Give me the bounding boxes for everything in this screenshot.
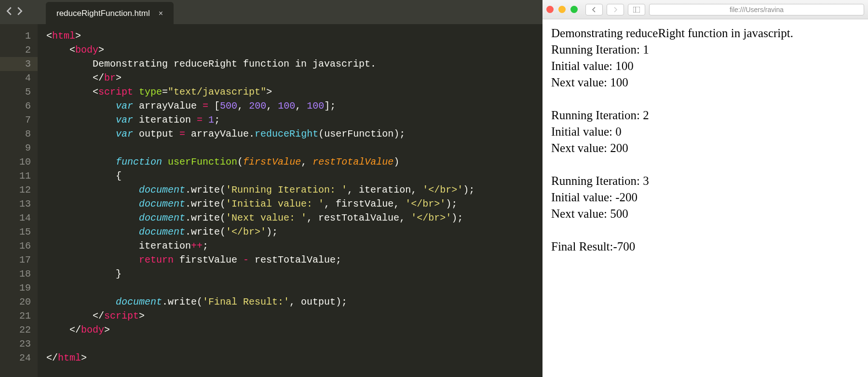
output-line xyxy=(551,222,859,238)
browser-pane: file:///Users/ravina Demonstrating reduc… xyxy=(542,0,868,377)
line-number: 20 xyxy=(0,295,31,309)
line-number: 5 xyxy=(0,85,31,99)
line-number: 22 xyxy=(0,323,31,337)
code-line[interactable]: var arrayValue = [500, 200, 100, 100]; xyxy=(46,99,542,113)
line-number: 10 xyxy=(0,155,31,169)
line-number: 13 xyxy=(0,197,31,211)
line-number: 16 xyxy=(0,239,31,253)
code-area[interactable]: <html> <body> Demonstrating reduceRight … xyxy=(38,24,542,377)
line-number: 14 xyxy=(0,211,31,225)
svg-rect-0 xyxy=(633,7,640,13)
line-number: 11 xyxy=(0,169,31,183)
output-line: Initial value: 0 xyxy=(551,124,859,140)
output-line: Initial value: 100 xyxy=(551,58,859,74)
output-line xyxy=(551,91,859,107)
line-number: 2 xyxy=(0,43,31,57)
tab-filename: reduceRightFunction.html xyxy=(56,9,150,18)
line-number: 3 xyxy=(0,57,38,71)
code-line[interactable]: document.write('Running Iteration: ', it… xyxy=(46,183,542,197)
editor-body: 123456789101112131415161718192021222324 … xyxy=(0,24,542,377)
code-line[interactable] xyxy=(46,141,542,155)
output-line: Running Iteration: 1 xyxy=(551,42,859,58)
code-line[interactable]: <script type="text/javascript"> xyxy=(46,85,542,99)
code-line[interactable]: document.write('Initial value: ', firstV… xyxy=(46,197,542,211)
line-number: 7 xyxy=(0,113,31,127)
code-line[interactable]: Demonstrating reduceRight function in ja… xyxy=(46,57,542,71)
code-line[interactable]: </html> xyxy=(46,351,542,365)
output-line: Next value: 200 xyxy=(551,140,859,156)
line-number: 18 xyxy=(0,267,31,281)
output-line: Final Result:-700 xyxy=(551,238,859,255)
code-line[interactable]: document.write('Final Result:', output); xyxy=(46,295,542,309)
minimize-window-icon[interactable] xyxy=(558,6,566,13)
code-line[interactable]: document.write('</br>'); xyxy=(46,225,542,239)
code-line[interactable]: } xyxy=(46,267,542,281)
line-number: 9 xyxy=(0,141,31,155)
code-line[interactable]: </body> xyxy=(46,323,542,337)
browser-chrome: file:///Users/ravina xyxy=(542,0,868,19)
browser-sidebar-button[interactable] xyxy=(628,4,645,15)
code-line[interactable]: iteration++; xyxy=(46,239,542,253)
url-text: file:///Users/ravina xyxy=(730,6,784,14)
line-number: 1 xyxy=(0,29,31,43)
code-line[interactable]: </br> xyxy=(46,71,542,85)
code-line[interactable]: <html> xyxy=(46,29,542,43)
line-number: 15 xyxy=(0,225,31,239)
line-number: 17 xyxy=(0,253,31,267)
output-line: Next value: 500 xyxy=(551,206,859,222)
line-number: 8 xyxy=(0,127,31,141)
editor-tab[interactable]: reduceRightFunction.html × xyxy=(46,2,174,25)
editor-topbar: reduceRightFunction.html × xyxy=(0,0,542,24)
window-controls xyxy=(546,6,582,13)
line-number: 21 xyxy=(0,309,31,323)
code-line[interactable] xyxy=(46,337,542,351)
output-line xyxy=(551,156,859,173)
line-number: 24 xyxy=(0,351,31,365)
line-gutter: 123456789101112131415161718192021222324 xyxy=(0,24,38,377)
line-number: 6 xyxy=(0,99,31,113)
nav-arrows xyxy=(0,0,29,24)
code-line[interactable]: var output = arrayValue.reduceRight(user… xyxy=(46,127,542,141)
code-line[interactable]: function userFunction(firstValue, restTo… xyxy=(46,155,542,169)
close-window-icon[interactable] xyxy=(546,6,554,13)
line-number: 4 xyxy=(0,71,31,85)
code-line[interactable]: return firstValue - restTotalValue; xyxy=(46,253,542,267)
browser-forward-button[interactable] xyxy=(607,4,624,15)
line-number: 23 xyxy=(0,337,31,351)
code-line[interactable]: { xyxy=(46,169,542,183)
line-number: 19 xyxy=(0,281,31,295)
close-icon[interactable]: × xyxy=(159,9,163,18)
output-line: Next value: 100 xyxy=(551,74,859,91)
code-line[interactable]: document.write('Next value: ', restTotal… xyxy=(46,211,542,225)
output-line: Running Iteration: 2 xyxy=(551,107,859,124)
code-line[interactable]: </script> xyxy=(46,309,542,323)
maximize-window-icon[interactable] xyxy=(570,6,578,13)
browser-back-button[interactable] xyxy=(585,4,603,15)
output-line: Running Iteration: 3 xyxy=(551,173,859,189)
code-editor-pane: reduceRightFunction.html × 1234567891011… xyxy=(0,0,542,377)
browser-url-bar[interactable]: file:///Users/ravina xyxy=(649,4,864,15)
line-number: 12 xyxy=(0,183,31,197)
nav-forward-icon[interactable] xyxy=(16,6,23,18)
code-line[interactable]: <body> xyxy=(46,43,542,57)
output-line: Demonstrating reduceRight function in ja… xyxy=(551,25,859,42)
code-line[interactable] xyxy=(46,281,542,295)
browser-output: Demonstrating reduceRight function in ja… xyxy=(542,19,868,261)
code-line[interactable]: var iteration = 1; xyxy=(46,113,542,127)
nav-back-icon[interactable] xyxy=(6,6,13,18)
output-line: Initial value: -200 xyxy=(551,189,859,206)
